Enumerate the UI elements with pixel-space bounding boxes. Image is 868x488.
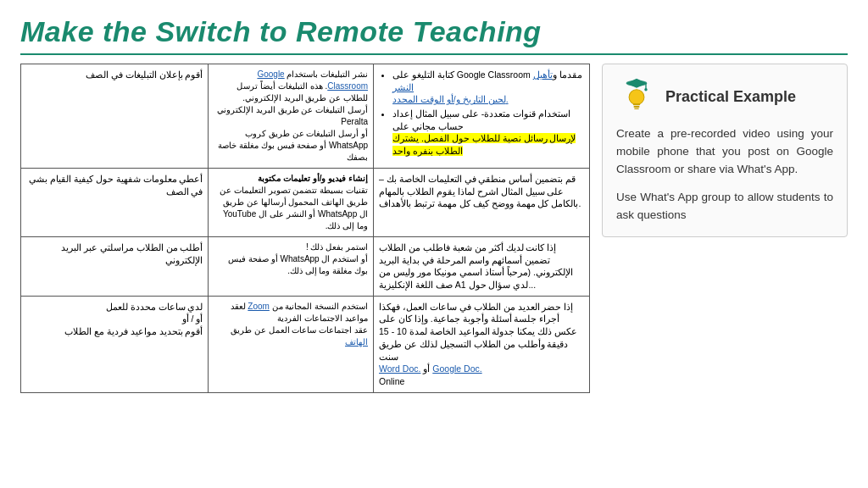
table-row: قم بتضمين أساس منطقي في التعليمات الخاصة… xyxy=(21,169,590,237)
table-cell-left: قم بتضمين أساس منطقي في التعليمات الخاصة… xyxy=(374,169,590,237)
svg-rect-7 xyxy=(634,108,638,109)
table-section: كتابة التليغو على Google Classroom مقدما… xyxy=(20,64,590,393)
table-cell-right: أعطي معلومات شفهية حول كيفية القيام بشي … xyxy=(21,169,209,237)
table-cell-left: إذا كانت لديك أكثر من شعبة فاطلب من الطل… xyxy=(374,237,590,297)
table-row: إذا كانت لديك أكثر من شعبة فاطلب من الطل… xyxy=(21,237,590,297)
table-cell-middle: نشر التبليغات باستخدام Google Classroom.… xyxy=(209,64,374,169)
svg-rect-5 xyxy=(633,103,640,105)
table-cell-middle: استمر بفعل ذلك ! أو استخدم ال WhatsApp أ… xyxy=(209,237,374,297)
lightbulb-icon xyxy=(616,76,657,117)
svg-marker-1 xyxy=(626,79,648,88)
practical-body: Create a pre-recorded video using your m… xyxy=(616,125,833,225)
practical-title: Practical Example xyxy=(665,88,796,106)
table-cell-right: لدي ساعات محددة للعمل أو / أو أقوم بتحدي… xyxy=(21,296,209,392)
content-table: كتابة التليغو على Google Classroom مقدما… xyxy=(20,64,590,393)
table-row: كتابة التليغو على Google Classroom مقدما… xyxy=(21,64,590,169)
table-cell-left: إذا حضر العديد من الطلاب في ساعات العمل،… xyxy=(374,296,590,392)
table-cell-left: كتابة التليغو على Google Classroom مقدما… xyxy=(374,64,590,169)
svg-rect-6 xyxy=(634,106,640,108)
table-cell-middle: استخدم النسخة المجانية من Zoom لعقد مواع… xyxy=(209,296,374,392)
page-title: Make the Switch to Remote Teaching xyxy=(20,15,848,48)
practical-header: Practical Example xyxy=(616,76,833,117)
table-row: إذا حضر العديد من الطلاب في ساعات العمل،… xyxy=(21,296,590,392)
practical-example-box: Practical Example Create a pre-recorded … xyxy=(602,64,848,237)
table-cell-right: أطلب من الطلاب مراسلتي عبر البريد الإلكت… xyxy=(21,237,209,297)
practical-text-1: Create a pre-recorded video using your m… xyxy=(616,125,833,179)
title-divider xyxy=(20,53,848,55)
svg-point-4 xyxy=(629,90,644,105)
table-cell-right: أقوم بإعلان التبليغات في الصف xyxy=(21,64,209,169)
svg-point-3 xyxy=(644,88,647,91)
practical-text-2: Use What's App group to allow students t… xyxy=(616,189,833,225)
table-cell-middle: إنشاء فيديو و/أو تعليمات مكتوبة تقنيات ب… xyxy=(209,169,374,237)
main-layout: كتابة التليغو على Google Classroom مقدما… xyxy=(20,64,848,393)
